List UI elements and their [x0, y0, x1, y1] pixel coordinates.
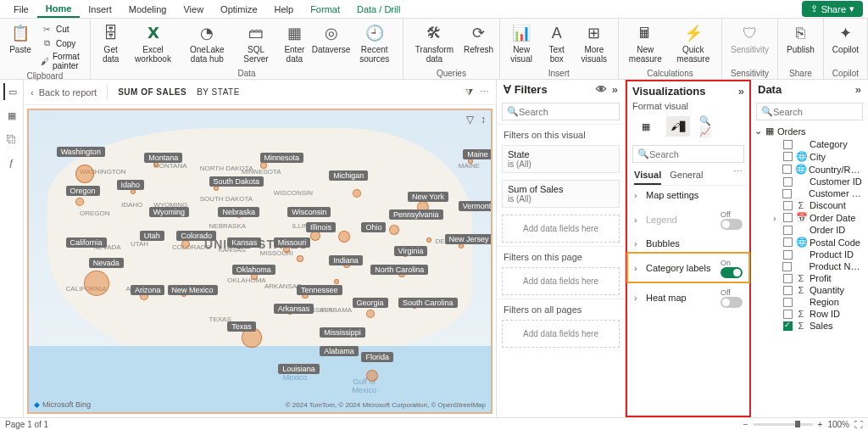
checkbox[interactable]	[783, 152, 793, 161]
report-view-icon[interactable]: ▭	[3, 83, 20, 100]
copy-button[interactable]: ⧉Copy	[37, 36, 86, 50]
menu-modeling[interactable]: Modeling	[120, 2, 175, 17]
field-discount[interactable]: ΣDiscount	[751, 199, 868, 211]
paste-button[interactable]: 📋 Paste	[3, 20, 37, 57]
copilot-button[interactable]: ✦Copilot	[827, 20, 864, 57]
table-view-icon[interactable]: ▦	[3, 107, 20, 124]
toggle[interactable]	[721, 297, 743, 308]
format-painter-button[interactable]: 🖌Format painter	[37, 51, 86, 71]
checkbox[interactable]	[783, 201, 793, 210]
format-map-settings[interactable]: ›Map settings	[627, 186, 749, 204]
onelake-button[interactable]: ◔OneLake data hub	[178, 20, 236, 65]
excel-button[interactable]: 𝗫Excel workbook	[128, 20, 179, 65]
checkbox[interactable]	[783, 213, 793, 222]
format-bubbles[interactable]: ›Bubbles	[627, 234, 749, 253]
checkbox[interactable]	[783, 310, 793, 319]
menu-optimize[interactable]: Optimize	[212, 2, 265, 17]
tab-visual[interactable]: Visual	[634, 166, 661, 185]
filter-card-state[interactable]: Stateis (All)	[502, 145, 620, 173]
checkbox[interactable]	[783, 321, 793, 331]
field-order-id[interactable]: Order ID	[751, 224, 868, 236]
enter-data-button[interactable]: ▦Enter data	[276, 20, 313, 65]
field-row-id[interactable]: ΣRow ID	[751, 308, 868, 320]
new-measure-button[interactable]: 🖩New measure	[622, 20, 669, 65]
field-customer-id[interactable]: Customer ID	[751, 176, 868, 187]
data-search[interactable]: 🔍	[756, 103, 863, 120]
map-bubble[interactable]	[75, 165, 94, 183]
menu-view[interactable]: View	[175, 2, 212, 17]
menu-home[interactable]: Home	[37, 1, 81, 18]
menu-format[interactable]: Format	[302, 2, 348, 17]
format-visual-icon[interactable]: 🖌▊	[666, 116, 690, 137]
checkbox[interactable]	[782, 189, 792, 198]
more-icon[interactable]: ⋯	[480, 87, 489, 98]
collapse-icon[interactable]: »	[855, 83, 861, 96]
menu-data-drill[interactable]: Data / Drill	[348, 2, 409, 17]
zoom-slider[interactable]	[754, 423, 813, 426]
map-bubble[interactable]	[297, 255, 303, 262]
table-orders[interactable]: ⌄▦Orders	[751, 124, 868, 138]
collapse-icon[interactable]: »	[738, 85, 744, 98]
field-sales[interactable]: ΣSales	[751, 320, 868, 332]
filters-search[interactable]: 🔍	[502, 103, 620, 120]
filters-search-input[interactable]	[519, 107, 636, 117]
tab-more-icon[interactable]: ⋯	[733, 166, 743, 185]
fit-page-icon[interactable]: ⛶	[854, 420, 863, 429]
field-city[interactable]: 🌐City	[751, 150, 868, 163]
dataverse-button[interactable]: ◎Dataverse	[313, 20, 349, 57]
field-profit[interactable]: ΣProfit	[751, 272, 868, 284]
checkbox[interactable]	[783, 237, 793, 247]
filter-card-sales[interactable]: Sum of Salesis (All)	[502, 180, 620, 208]
zoom-out-icon[interactable]: −	[743, 420, 748, 429]
field-product-id[interactable]: Product ID	[751, 249, 868, 260]
filter-dropzone-all[interactable]: Add data fields here	[502, 320, 620, 348]
checkbox[interactable]	[783, 177, 793, 187]
map-bubble[interactable]	[353, 189, 361, 198]
analytics-icon[interactable]: 🔍📈	[698, 116, 722, 137]
data-search-input[interactable]	[773, 107, 868, 117]
viz-search[interactable]: 🔍	[632, 145, 744, 163]
cut-button[interactable]: ✂Cut	[37, 22, 86, 36]
toggle[interactable]	[721, 267, 743, 278]
map-filter-icon[interactable]: ▽	[466, 114, 474, 126]
sensitivity-button[interactable]: 🛡Sensitivity	[726, 20, 774, 57]
eye-icon[interactable]: 👁	[596, 83, 607, 96]
checkbox[interactable]	[782, 165, 792, 174]
format-category-labels[interactable]: ›Category labelsOn	[627, 253, 749, 282]
field-product-name[interactable]: Product Name	[751, 260, 868, 272]
checkbox[interactable]	[783, 226, 793, 235]
map-bubble[interactable]	[75, 198, 84, 206]
format-heat-map[interactable]: ›Heat mapOff	[627, 282, 749, 312]
get-data-button[interactable]: 🗄Get data	[94, 20, 128, 65]
dax-view-icon[interactable]: ƒ	[3, 154, 20, 171]
map-bubble[interactable]	[426, 237, 431, 243]
checkbox[interactable]	[783, 140, 793, 149]
tab-general[interactable]: General	[670, 166, 703, 185]
field-quantity[interactable]: ΣQuantity	[751, 284, 868, 296]
checkbox[interactable]	[783, 286, 793, 295]
menu-file[interactable]: File	[5, 2, 37, 17]
format-legend[interactable]: ›LegendOff	[627, 204, 749, 234]
filter-icon[interactable]: ⧩	[465, 87, 473, 98]
map-bubble[interactable]	[181, 240, 190, 249]
map-bubble[interactable]	[366, 310, 375, 318]
map-expand-icon[interactable]: ↕	[481, 114, 486, 126]
transform-data-button[interactable]: 🛠Transform data	[407, 20, 461, 65]
publish-button[interactable]: ⎘Publish	[782, 20, 820, 57]
sql-button[interactable]: 🗃SQL Server	[236, 20, 275, 65]
refresh-button[interactable]: ⟳Refresh	[462, 20, 496, 57]
filter-dropzone-page[interactable]: Add data fields here	[502, 267, 620, 295]
model-view-icon[interactable]: ⿻	[3, 131, 20, 148]
back-to-report[interactable]: ‹Back to report	[31, 87, 97, 98]
share-button[interactable]: ⇪Share▾	[802, 1, 863, 17]
field-postal-code[interactable]: 🌐Postal Code	[751, 236, 868, 249]
build-visual-icon[interactable]: ▦	[634, 116, 658, 137]
field-region[interactable]: Region	[751, 296, 868, 308]
checkbox[interactable]	[782, 262, 792, 271]
map-bubble[interactable]	[366, 370, 378, 382]
checkbox[interactable]	[783, 250, 793, 260]
text-box-button[interactable]: AText box	[540, 20, 574, 65]
map-bubble[interactable]	[84, 271, 109, 296]
collapse-icon[interactable]: »	[612, 83, 618, 96]
menu-help[interactable]: Help	[266, 2, 303, 17]
